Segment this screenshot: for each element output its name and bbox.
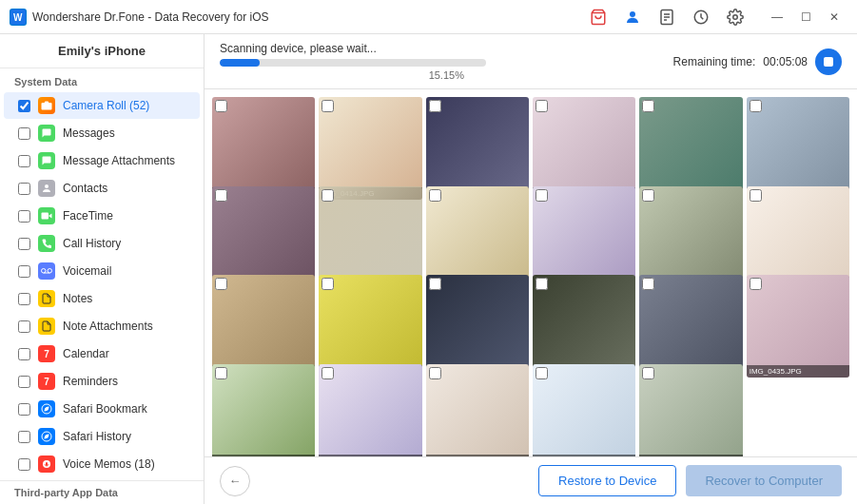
user-icon[interactable] (619, 4, 646, 30)
title-bar-icons: — ☐ ✕ (585, 4, 847, 30)
photo-item-p20[interactable]: IMG_0437.JPG (319, 364, 421, 457)
photo-item-p7[interactable]: IMG_0418.JPG (212, 186, 315, 289)
sidebar-label-calendar: Calendar (63, 347, 109, 360)
svg-point-3 (630, 11, 635, 17)
file-icon[interactable] (653, 4, 680, 30)
sidebar-item-contacts[interactable]: Contacts (4, 175, 200, 202)
sidebar-label-voicemail: Voicemail (63, 264, 111, 278)
sidebar-item-calendar[interactable]: 7Calendar (4, 340, 200, 367)
sidebar-item-notes[interactable]: Notes (4, 285, 200, 312)
progress-bar-fill (220, 59, 260, 67)
cart-icon[interactable] (585, 4, 612, 30)
sidebar-label-notes: Notes (63, 292, 92, 305)
photo-item-p15[interactable]: IMG_0428.JPG (426, 275, 529, 378)
sidebar-label-voice-memos: Voice Memos (18) (63, 457, 155, 471)
svg-text:W: W (13, 12, 23, 23)
svg-rect-22 (46, 462, 48, 466)
photo-label-p22: IMG_0439.JPG (533, 455, 635, 456)
photo-item-p21[interactable]: IMG_0438.JPG (426, 364, 529, 457)
sidebar-icon-safari-bookmark (38, 400, 55, 417)
sidebar-label-safari-history: Safari History (63, 430, 131, 443)
stop-button[interactable] (815, 48, 842, 75)
sidebar-item-safari-history[interactable]: Safari History (4, 423, 200, 450)
sidebar-checkbox-notes[interactable] (18, 293, 30, 305)
sidebar-checkbox-messages[interactable] (18, 127, 30, 140)
photo-item-p22[interactable]: IMG_0439.JPG (533, 364, 635, 457)
sidebar-label-call-history: Call History (63, 237, 121, 250)
sidebar-item-call-history[interactable]: Call History (4, 230, 200, 257)
photo-item-p17[interactable]: IMG_0430.JPG (639, 275, 742, 378)
sidebar-item-voicemail[interactable]: Voicemail (4, 258, 200, 284)
sidebar-icon-calendar: 7 (38, 345, 55, 362)
photo-label-p18: IMG_0435.JPG (747, 365, 849, 378)
maximize-button[interactable]: ☐ (792, 4, 819, 30)
timer-icon[interactable] (688, 4, 714, 30)
sidebar-checkbox-facetime[interactable] (18, 210, 30, 223)
sidebar-checkbox-safari-bookmark[interactable] (18, 403, 30, 416)
remaining-label: Remaining time: (673, 55, 756, 68)
photo-item-p10[interactable]: IMG_0423.JPG (533, 186, 635, 289)
sidebar-item-note-attachments[interactable]: Note Attachments (4, 313, 200, 339)
sidebar-checkbox-call-history[interactable] (18, 238, 30, 250)
svg-marker-18 (45, 407, 49, 411)
device-name: Emily's iPhone (0, 34, 204, 68)
photo-item-p4[interactable]: IMG_0415.JPG (533, 97, 635, 200)
photo-label-p20: IMG_0437.JPG (319, 455, 421, 456)
photo-item-p19[interactable]: IMG_0436.JPG (212, 364, 315, 457)
sidebar-checkbox-reminders[interactable] (18, 376, 30, 388)
sidebar-item-camera-roll[interactable]: Camera Roll (52) (4, 92, 200, 119)
window-controls: — ☐ ✕ (764, 4, 847, 30)
photo-item-p5[interactable]: IMG_0416.JPG (639, 97, 742, 200)
sidebar-checkbox-voicemail[interactable] (18, 265, 30, 278)
photo-item-p16[interactable]: IMG_0429.JPG (533, 275, 635, 378)
photo-item-p11[interactable]: IMG_0424.JPG (639, 186, 742, 289)
sidebar-item-facetime[interactable]: FaceTime (4, 203, 200, 229)
sidebar-checkbox-camera-roll[interactable] (18, 100, 30, 112)
photo-item-p23[interactable]: IMG_0440.JPG (639, 364, 742, 457)
photo-item-p6[interactable]: IMG_0417.JPG (747, 97, 849, 200)
sidebar-item-safari-bookmark[interactable]: Safari Bookmark (4, 396, 200, 422)
sidebar-checkbox-voice-memos[interactable] (18, 458, 30, 471)
photo-item-p2[interactable]: IMG_0414.JPG (319, 97, 421, 200)
sidebar-item-message-attachments[interactable]: Message Attachments (4, 147, 200, 174)
sidebar-icon-reminders: 7 (38, 373, 55, 390)
third-party-label: Third-party App Data (0, 480, 204, 504)
photo-item-p8[interactable]: IMG_0421.JPG (319, 186, 421, 289)
photo-item-p14[interactable]: IMG_0427.JPG (319, 275, 421, 378)
scan-status: Scanning device, please wait... (220, 42, 673, 55)
photo-label-p19: IMG_0436.JPG (212, 455, 315, 456)
sidebar-item-reminders[interactable]: 7Reminders (4, 368, 200, 395)
back-button[interactable]: ← (220, 466, 250, 496)
svg-point-15 (48, 269, 52, 274)
sidebar-label-contacts: Contacts (63, 182, 107, 195)
sidebar-checkbox-safari-history[interactable] (18, 431, 30, 443)
restore-to-device-button[interactable]: Restore to Device (538, 465, 676, 496)
progress-bar-container (220, 59, 486, 67)
photo-item-p1[interactable]: IMG_0413.JPG (212, 97, 315, 200)
photo-item-p12[interactable]: IMG_0425.JPG (747, 186, 849, 289)
sidebar-checkbox-calendar[interactable] (18, 348, 30, 360)
settings-icon[interactable] (722, 4, 749, 30)
minimize-button[interactable]: — (764, 4, 790, 30)
sidebar-icon-note-attachments (38, 318, 55, 335)
photo-item-p3[interactable]: IMG_0414.JPG (426, 97, 529, 200)
sidebar-item-voice-memos[interactable]: Voice Memos (18) (4, 451, 200, 477)
scan-info: Scanning device, please wait... 15.15% (220, 42, 673, 81)
app-title: Wondershare Dr.Fone - Data Recovery for … (32, 10, 269, 24)
close-button[interactable]: ✕ (821, 4, 847, 30)
sidebar-label-facetime: FaceTime (63, 209, 113, 223)
main-layout: Emily's iPhone System Data Camera Roll (… (0, 34, 857, 504)
sidebar-icon-message-attachments (38, 152, 55, 169)
sidebar-checkbox-contacts[interactable] (18, 183, 30, 195)
sidebar-icon-voice-memos (38, 456, 55, 473)
sidebar: Emily's iPhone System Data Camera Roll (… (0, 34, 205, 504)
recover-to-computer-button[interactable]: Recover to Computer (686, 465, 842, 496)
sidebar-label-messages: Messages (63, 126, 115, 140)
photo-label-p23: IMG_0440.JPG (639, 455, 742, 456)
photo-item-p9[interactable]: IMG_0422.JPG (426, 186, 529, 289)
photo-item-p13[interactable]: IMG_0426.JPG (212, 275, 315, 378)
sidebar-checkbox-note-attachments[interactable] (18, 320, 30, 333)
sidebar-checkbox-message-attachments[interactable] (18, 155, 30, 167)
photo-item-p18[interactable]: IMG_0435.JPG (747, 275, 849, 378)
sidebar-item-messages[interactable]: Messages (4, 120, 200, 146)
